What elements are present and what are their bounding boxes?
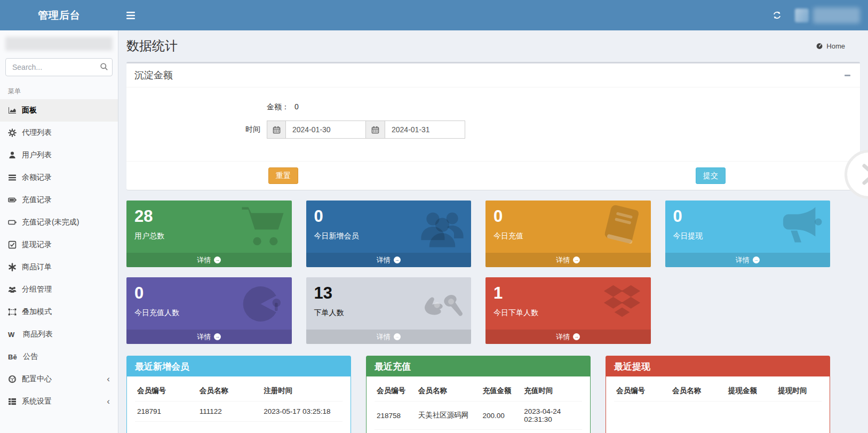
hamburger-icon bbox=[126, 12, 135, 19]
calendar-addon[interactable] bbox=[267, 121, 286, 139]
date-end-input[interactable] bbox=[385, 121, 465, 139]
user-avatar[interactable] bbox=[795, 9, 809, 22]
sidebar-item-label: 配置中心 bbox=[22, 374, 52, 384]
search-icon bbox=[100, 62, 108, 71]
card-label: 今日新增会员 bbox=[314, 231, 464, 241]
sidebar-item-label: 分组管理 bbox=[22, 285, 52, 294]
date-range-group bbox=[267, 121, 465, 139]
sidebar-menu: 面板 代理列表 用户列表 余额记录 bbox=[0, 99, 118, 413]
sidebar: 菜单 面板 代理列表 用户列表 bbox=[0, 30, 118, 433]
sidebar-item-label: 系统设置 bbox=[22, 397, 52, 406]
filter-box-title: 沉淀金额 bbox=[134, 69, 173, 82]
app-title: 管理后台 bbox=[0, 0, 118, 30]
card-label: 今日充值人数 bbox=[134, 308, 284, 318]
submit-button[interactable]: 提交 bbox=[696, 167, 726, 184]
stat-card-order-users: 13 下单人数 详情 → bbox=[306, 277, 472, 344]
reset-button[interactable]: 重置 bbox=[268, 167, 298, 184]
sidebar-item-product-orders[interactable]: 商品订单 bbox=[0, 256, 118, 278]
sidebar-item-label: 充值记录 bbox=[22, 195, 52, 205]
calendar-addon[interactable] bbox=[366, 121, 385, 139]
card-details-link[interactable]: 详情 → bbox=[126, 330, 292, 344]
filter-box-footer: 重置 提交 bbox=[126, 161, 860, 190]
check-square-icon bbox=[8, 240, 17, 249]
column-header: 会员编号 bbox=[375, 381, 416, 402]
time-label: 时间 bbox=[132, 125, 267, 134]
column-header: 会员名称 bbox=[416, 381, 481, 402]
sidebar-item-dashboard[interactable]: 面板 bbox=[0, 99, 118, 122]
user-name-redacted[interactable] bbox=[813, 7, 860, 23]
th-list-icon bbox=[8, 397, 17, 406]
sidebar-item-users[interactable]: 用户列表 bbox=[0, 144, 118, 166]
card-value: 1 bbox=[493, 284, 643, 303]
sidebar-item-label: 余额记录 bbox=[22, 173, 52, 182]
arrow-circle-right-icon: → bbox=[573, 333, 580, 340]
sidebar-item-config-center[interactable]: 配置中心 ‹ bbox=[0, 368, 118, 390]
column-header: 会员名称 bbox=[670, 381, 726, 402]
sidebar-item-recharge-records-incomplete[interactable]: 充值记录(未完成) bbox=[0, 211, 118, 234]
column-header: 提现金额 bbox=[726, 381, 776, 402]
stat-card-new-members-today: 0 今日新增会员 详情 → bbox=[306, 201, 472, 267]
object-group-icon bbox=[8, 308, 17, 316]
sidebar-item-label: 提现记录 bbox=[22, 240, 52, 250]
asterisk-icon bbox=[8, 263, 17, 271]
recent-withdrawals-table: 会员编号 会员名称 提现金额 提现时间 bbox=[614, 381, 822, 402]
arrow-circle-right-icon: → bbox=[573, 256, 580, 263]
list-icon bbox=[8, 173, 17, 182]
stat-card-order-users-today: 1 今日下单人数 详情 → bbox=[485, 277, 651, 344]
card-details-link[interactable]: 详情 → bbox=[485, 330, 651, 344]
collapse-button[interactable] bbox=[842, 70, 852, 80]
refresh-button[interactable] bbox=[766, 0, 787, 30]
table-row: 218791 111122 2023-05-17 03:25:18 bbox=[135, 402, 343, 422]
breadcrumb[interactable]: Home bbox=[816, 42, 845, 50]
card-label: 今日充值 bbox=[493, 231, 643, 241]
recent-new-members-table: 会员编号 会员名称 注册时间 218791 111122 2023-05-17 … bbox=[135, 381, 343, 422]
sidebar-item-recharge-records[interactable]: 充值记录 bbox=[0, 189, 118, 211]
amount-value: 0 bbox=[294, 102, 299, 111]
card-label: 今日下单人数 bbox=[493, 308, 643, 318]
recent-tables-grid: 最近新增会员 会员编号 会员名称 注册时间 218791 111122 bbox=[126, 356, 830, 433]
breadcrumb-home[interactable]: Home bbox=[826, 42, 845, 50]
battery-empty-icon bbox=[8, 218, 17, 227]
arrow-circle-right-icon: → bbox=[394, 333, 401, 340]
area-chart-icon bbox=[8, 106, 17, 115]
amount-label: 金额： bbox=[267, 102, 289, 111]
sidebar-item-product-list[interactable]: W 商品列表 bbox=[0, 323, 118, 346]
calendar-icon bbox=[273, 126, 281, 134]
card-details-link[interactable]: 详情 → bbox=[306, 330, 472, 344]
sidebar-item-group-management[interactable]: 分组管理 bbox=[0, 278, 118, 301]
search-button[interactable] bbox=[100, 62, 108, 73]
sidebar-item-system-settings[interactable]: 系统设置 ‹ bbox=[0, 390, 118, 413]
table-title: 最近新增会员 bbox=[127, 356, 351, 376]
card-details-link[interactable]: 详情 → bbox=[665, 253, 831, 267]
stat-card-total-users: 28 用户总数 详情 → bbox=[126, 201, 292, 267]
chevron-left-icon: ‹ bbox=[107, 376, 110, 382]
card-details-link[interactable]: 详情 → bbox=[126, 253, 292, 267]
dashboard-gauge-icon bbox=[816, 42, 823, 50]
sidebar-item-overlay-mode[interactable]: 叠加模式 bbox=[0, 301, 118, 323]
column-header: 充值金额 bbox=[480, 381, 522, 402]
card-details-link[interactable]: 详情 → bbox=[485, 253, 651, 267]
navbar-right bbox=[766, 0, 868, 30]
sidebar-toggle-button[interactable] bbox=[118, 0, 143, 30]
menu-header: 菜单 bbox=[0, 79, 118, 99]
stat-card-recharge-today: 0 今日充值 详情 → bbox=[485, 201, 651, 267]
card-details-link[interactable]: 详情 → bbox=[306, 253, 472, 267]
arrow-circle-right-icon: → bbox=[214, 333, 221, 340]
card-value: 0 bbox=[314, 207, 464, 226]
sidebar-item-label: 商品订单 bbox=[22, 262, 52, 272]
users-icon bbox=[8, 285, 17, 294]
sidebar-item-agents[interactable]: 代理列表 bbox=[0, 122, 118, 144]
table-row: 218758 天美社区源码网 200.00 2023-04-24 02:31:3… bbox=[375, 402, 582, 430]
date-start-input[interactable] bbox=[286, 121, 366, 139]
main-content: 数据统计 Home 沉淀金额 金额：0 时间 bbox=[118, 30, 868, 433]
w-icon: W bbox=[8, 331, 20, 339]
card-value: 13 bbox=[314, 284, 464, 303]
sidebar-item-withdrawal-records[interactable]: 提现记录 bbox=[0, 234, 118, 256]
sidebar-item-label: 叠加模式 bbox=[22, 307, 52, 317]
sidebar-item-balance-records[interactable]: 余额记录 bbox=[0, 166, 118, 189]
search-input[interactable] bbox=[5, 58, 113, 76]
card-label: 下单人数 bbox=[314, 308, 464, 318]
sidebar-item-label: 公告 bbox=[23, 352, 38, 362]
sidebar-item-announcements[interactable]: Bē 公告 bbox=[0, 346, 118, 368]
sidebar-item-label: 用户列表 bbox=[22, 150, 52, 160]
